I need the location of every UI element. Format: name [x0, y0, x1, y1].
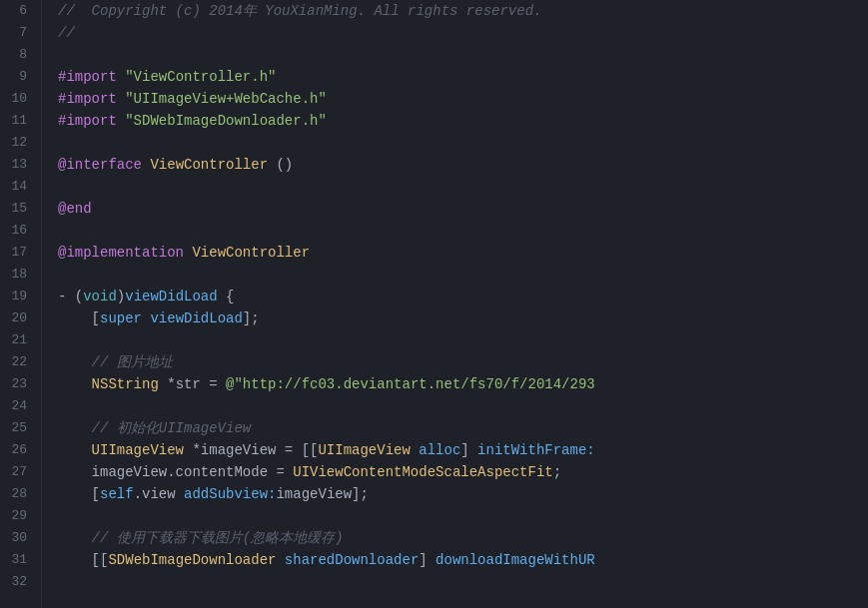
line-number: 6 [4, 0, 33, 22]
code-line: UIImageView *imageView = [[UIImageView a… [58, 439, 868, 461]
code-line [58, 176, 868, 198]
line-number: 28 [4, 483, 33, 505]
line-number: 25 [4, 417, 33, 439]
line-number: 19 [4, 286, 33, 307]
line-number-column: 6789101112131415161718192021222324252627… [0, 0, 42, 608]
code-line: #import "SDWebImageDownloader.h" [58, 110, 868, 132]
code-line [58, 329, 868, 351]
code-editor: 6789101112131415161718192021222324252627… [0, 0, 868, 608]
line-number: 16 [4, 220, 33, 242]
code-line [58, 44, 868, 66]
line-number: 24 [4, 395, 33, 417]
line-number: 11 [4, 110, 33, 132]
code-line [58, 395, 868, 417]
code-line: // 使用下载器下载图片(忽略本地缓存) [58, 527, 868, 549]
code-line: NSString *str = @"http://fc03.deviantart… [58, 373, 868, 395]
line-number: 27 [4, 461, 33, 483]
line-number: 10 [4, 88, 33, 110]
line-number: 7 [4, 22, 33, 44]
line-number: 13 [4, 154, 33, 176]
code-line: - (void)viewDidLoad { [58, 286, 868, 307]
code-line [58, 132, 868, 154]
code-line: [self.view addSubview:imageView]; [58, 483, 868, 505]
code-line [58, 505, 868, 527]
code-line [58, 571, 868, 593]
code-line: imageView.contentMode = UIViewContentMod… [58, 461, 868, 483]
line-number: 12 [4, 132, 33, 154]
line-number: 20 [4, 307, 33, 329]
line-number: 31 [4, 549, 33, 571]
line-number: 22 [4, 351, 33, 373]
line-number: 29 [4, 505, 33, 527]
line-number: 23 [4, 373, 33, 395]
line-number: 17 [4, 242, 33, 264]
line-number: 18 [4, 264, 33, 286]
line-number: 9 [4, 66, 33, 88]
code-line: #import "ViewController.h" [58, 66, 868, 88]
line-number: 15 [4, 198, 33, 220]
line-number: 14 [4, 176, 33, 198]
code-line: // 初始化UIImageView [58, 417, 868, 439]
code-content[interactable]: // Copyright (c) 2014年 YouXianMing. All … [42, 0, 868, 608]
code-line: @interface ViewController () [58, 154, 868, 176]
line-number: 21 [4, 329, 33, 351]
code-line: // 图片地址 [58, 351, 868, 373]
code-line: @implementation ViewController [58, 242, 868, 264]
line-number: 26 [4, 439, 33, 461]
code-line: @end [58, 198, 868, 220]
line-number: 30 [4, 527, 33, 549]
code-line: #import "UIImageView+WebCache.h" [58, 88, 868, 110]
code-line [58, 220, 868, 242]
code-line: // Copyright (c) 2014年 YouXianMing. All … [58, 0, 868, 22]
code-line [58, 264, 868, 286]
code-line: [super viewDidLoad]; [58, 307, 868, 329]
code-line: // [58, 22, 868, 44]
line-number: 8 [4, 44, 33, 66]
code-line: [[SDWebImageDownloader sharedDownloader]… [58, 549, 868, 571]
line-number: 32 [4, 571, 33, 593]
